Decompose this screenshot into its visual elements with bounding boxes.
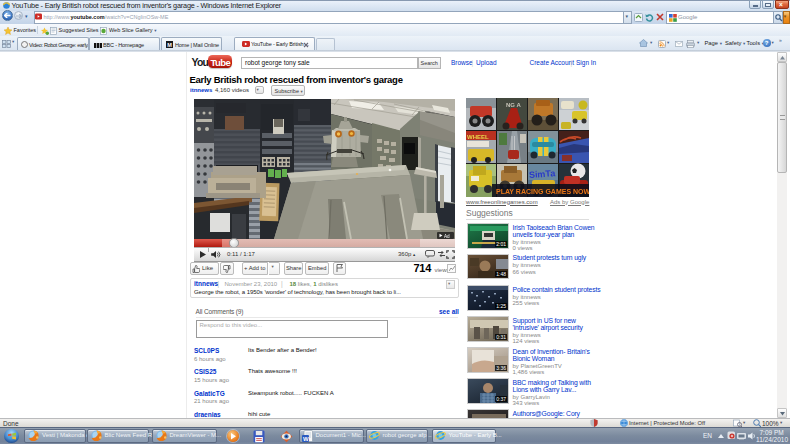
svg-text:WHEEL: WHEEL <box>467 134 489 140</box>
svg-text:NG A: NG A <box>506 102 521 108</box>
svg-text:PLAY RACING GAMES NOW: PLAY RACING GAMES NOW <box>496 188 589 195</box>
svg-text:SimTa: SimTa <box>529 168 557 180</box>
svg-text:W: W <box>303 435 309 441</box>
svg-text:Ad: Ad <box>444 233 450 238</box>
